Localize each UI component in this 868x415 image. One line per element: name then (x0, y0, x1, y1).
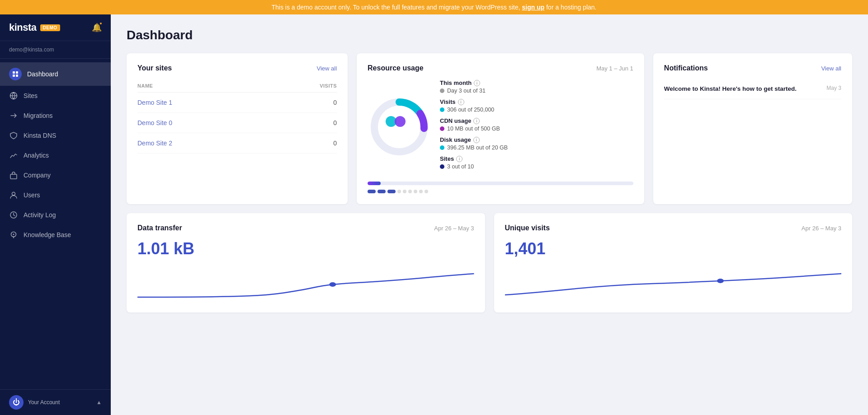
stat-value: 306 out of 250,000 (447, 107, 494, 113)
site-name[interactable]: Demo Site 1 (137, 93, 271, 113)
company-icon (9, 171, 18, 180)
stat-label: CDN usage (440, 117, 471, 124)
banner-text: This is a demo account only. To unlock t… (271, 4, 522, 11)
stat-label: Disk usage (440, 136, 471, 143)
top-grid: Your sites View all NAME VISITS Demo Sit… (127, 53, 852, 204)
data-transfer-chart (137, 266, 474, 302)
stat-label: This month (440, 79, 472, 86)
svg-rect-5 (10, 174, 17, 179)
knowledge-base-icon (9, 230, 18, 239)
unique-visits-header: Unique visits Apr 26 – May 3 (505, 224, 842, 232)
dashboard-icon (9, 68, 22, 80)
unique-visits-date: Apr 26 – May 3 (802, 225, 841, 232)
analytics-icon (9, 151, 18, 160)
svg-rect-2 (13, 75, 15, 77)
notif-text: Welcome to Kinsta! Here's how to get sta… (664, 85, 823, 93)
sidebar-item-dashboard[interactable]: Dashboard (0, 62, 111, 86)
info-icon[interactable]: i (458, 99, 464, 105)
bottom-grid: Data transfer Apr 26 – May 3 1.01 kB Uni… (127, 213, 852, 312)
sidebar-item-users[interactable]: Users (0, 185, 111, 205)
info-icon[interactable]: i (473, 137, 480, 143)
demo-banner: This is a demo account only. To unlock t… (0, 0, 868, 14)
stat-dot (440, 145, 444, 150)
pagination-dot-inactive4[interactable] (414, 190, 417, 193)
footer-user[interactable]: ⏻ Your Account (9, 395, 60, 410)
sidebar-item-company[interactable]: Company (0, 165, 111, 185)
site-name[interactable]: Demo Site 0 (137, 113, 271, 133)
sidebar-item-knowledge-base[interactable]: Knowledge Base (0, 225, 111, 245)
pagination-dot-inactive3[interactable] (408, 190, 412, 193)
stat-dot (440, 126, 444, 131)
pagination-dot-inactive2[interactable] (403, 190, 406, 193)
svg-point-6 (12, 192, 15, 196)
data-transfer-header: Data transfer Apr 26 – May 3 (137, 224, 474, 232)
stat-dot (440, 164, 444, 169)
sidebar-item-sites[interactable]: Sites (0, 86, 111, 106)
progress-bar-container (368, 182, 633, 185)
sidebar-item-label: Sites (24, 92, 38, 99)
site-visits: 0 (271, 113, 337, 133)
table-row: Demo Site 1 0 (137, 93, 337, 113)
info-icon[interactable]: i (473, 118, 480, 124)
bell-dot (99, 22, 103, 25)
kinsta-dns-icon (9, 131, 18, 140)
pagination-dot-active3[interactable] (387, 190, 396, 193)
info-icon[interactable]: i (456, 156, 462, 162)
data-transfer-value: 1.01 kB (137, 239, 474, 258)
sidebar-footer: ⏻ Your Account ▲ (0, 389, 111, 415)
resource-usage-title: Resource usage (368, 64, 424, 72)
stat-disk: Disk usage i 396.25 MB out of 20 GB (440, 136, 633, 151)
your-sites-title: Your sites (137, 64, 172, 72)
svg-point-15 (329, 282, 336, 287)
notification-bell[interactable]: 🔔 (92, 23, 102, 33)
pagination-dot-active[interactable] (368, 190, 376, 193)
sidebar-item-migrations[interactable]: Migrations (0, 106, 111, 126)
table-row: Demo Site 2 0 (137, 133, 337, 154)
resource-usage-card: Resource usage May 1 – Jun 1 (357, 53, 644, 204)
stat-cdn: CDN usage i 10 MB out of 500 GB (440, 117, 633, 132)
sidebar-item-kinsta-dns[interactable]: Kinsta DNS (0, 126, 111, 145)
migrations-icon (9, 111, 18, 120)
unique-visits-value: 1,401 (505, 239, 842, 258)
pagination-dot-inactive6[interactable] (425, 190, 428, 193)
signup-link[interactable]: sign up (522, 4, 545, 11)
sidebar-item-label: Users (24, 191, 40, 199)
sidebar-item-analytics[interactable]: Analytics (0, 145, 111, 165)
sites-table: NAME VISITS Demo Site 1 0 Demo Site 0 0 … (137, 79, 337, 154)
svg-rect-1 (16, 71, 18, 74)
stat-dot (440, 89, 444, 93)
pagination-dot-inactive5[interactable] (419, 190, 423, 193)
users-icon (9, 191, 18, 200)
col-name: NAME (137, 79, 271, 93)
pagination-dot-active2[interactable] (377, 190, 386, 193)
stat-label: Sites (440, 155, 454, 162)
svg-point-16 (717, 279, 724, 283)
unique-visits-svg (505, 266, 842, 302)
site-name[interactable]: Demo Site 2 (137, 133, 271, 154)
pagination-dot-inactive[interactable] (397, 190, 401, 193)
footer-name: Your Account (28, 399, 60, 406)
sidebar-item-label: Company (24, 172, 51, 179)
notifications-view-all[interactable]: View all (821, 65, 841, 72)
stat-value: 396.25 MB out of 20 GB (447, 145, 508, 151)
unique-visits-title: Unique visits (505, 224, 550, 232)
donut-chart (368, 95, 431, 159)
sidebar-item-label: Kinsta DNS (24, 132, 56, 139)
notif-date: May 3 (826, 85, 841, 91)
your-sites-view-all[interactable]: View all (317, 65, 337, 72)
notif-item-header: Welcome to Kinsta! Here's how to get sta… (664, 85, 841, 93)
power-icon: ⏻ (9, 395, 24, 410)
sidebar-item-label: Analytics (24, 152, 49, 159)
your-sites-header: Your sites View all (137, 64, 337, 72)
progress-bar-fill (368, 182, 381, 185)
sidebar-item-activity-log[interactable]: Activity Log (0, 205, 111, 225)
resource-stats: This month i Day 3 out of 31 Visits (440, 79, 633, 174)
svg-rect-0 (13, 71, 15, 74)
col-visits: VISITS (271, 79, 337, 93)
page-title: Dashboard (127, 28, 852, 42)
info-icon[interactable]: i (474, 80, 480, 86)
footer-chevron[interactable]: ▲ (96, 399, 102, 406)
data-transfer-card: Data transfer Apr 26 – May 3 1.01 kB (127, 213, 485, 312)
notifications-title: Notifications (664, 64, 708, 72)
site-visits: 0 (271, 93, 337, 113)
